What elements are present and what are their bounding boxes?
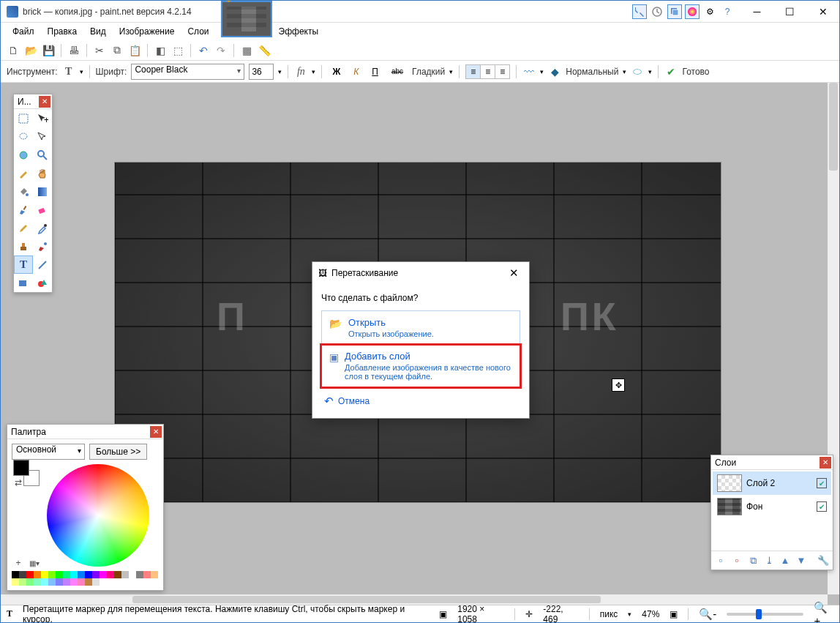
copy-icon[interactable]: ⧉: [110, 44, 124, 57]
tool-zoom[interactable]: [33, 146, 52, 164]
maximize-button[interactable]: ☐: [773, 1, 806, 23]
swatch[interactable]: [12, 571, 19, 578]
menu-layers[interactable]: Слои: [181, 24, 214, 39]
menu-effects[interactable]: Эффекты: [273, 24, 325, 39]
menu-file[interactable]: Файл: [7, 24, 40, 39]
swatch[interactable]: [63, 571, 70, 578]
italic-button[interactable]: К: [349, 64, 363, 79]
document-thumbnail[interactable]: ✸: [221, 1, 272, 37]
swatch[interactable]: [26, 578, 34, 586]
palette-window-close[interactable]: ✕: [150, 426, 162, 438]
layers-window-close[interactable]: ✕: [820, 457, 831, 469]
swatch[interactable]: [56, 571, 63, 578]
tool-shapes[interactable]: [33, 274, 52, 292]
move-up-icon[interactable]: ▲: [779, 554, 792, 567]
blend-mode-label[interactable]: Нормальный: [566, 67, 618, 77]
antialias-label[interactable]: Гладкий: [412, 67, 445, 77]
font-metrics-icon[interactable]: fn: [294, 65, 307, 78]
text-move-handle-icon[interactable]: ✥: [612, 378, 625, 392]
blend-fill-icon[interactable]: ◆: [548, 65, 561, 78]
paste-icon[interactable]: 📋: [128, 44, 141, 57]
zoom-value[interactable]: 47%: [642, 609, 659, 619]
layer-item[interactable]: Фон ✔: [713, 495, 831, 518]
dialog-header[interactable]: 🖼 Перетаскивание ✕: [312, 262, 529, 284]
tool-ellipse-select[interactable]: [14, 146, 33, 164]
swatch-strip[interactable]: [12, 571, 159, 586]
add-layer-icon[interactable]: ▫: [714, 554, 727, 567]
layer-props-icon[interactable]: 🔧: [817, 554, 830, 567]
dialog-option-add-layer[interactable]: ▣ Добавить слой Добавление изображения в…: [321, 345, 520, 387]
duplicate-layer-icon[interactable]: ⧉: [746, 554, 760, 567]
ruler-icon[interactable]: 📏: [258, 44, 271, 57]
tool-line[interactable]: [33, 255, 52, 274]
swatch[interactable]: [48, 571, 56, 578]
align-center-button[interactable]: ≡: [481, 65, 495, 78]
move-down-icon[interactable]: ▼: [795, 554, 808, 567]
tools-window[interactable]: И... ✕ + T: [13, 94, 53, 293]
swatch[interactable]: [34, 578, 41, 586]
zoom-in-icon[interactable]: 🔍+: [814, 601, 833, 623]
tool-paint-bucket[interactable]: [14, 182, 33, 201]
layers-window-header[interactable]: Слои ✕: [711, 455, 833, 470]
history-toggle-icon[interactable]: [650, 4, 664, 19]
underline-button[interactable]: П: [367, 64, 383, 79]
bold-button[interactable]: Ж: [328, 64, 345, 79]
swap-colors-icon[interactable]: ⇄: [15, 477, 22, 488]
swatch[interactable]: [136, 571, 143, 578]
tool-color-picker[interactable]: [33, 219, 52, 237]
settings-icon[interactable]: ⚙: [702, 4, 717, 19]
redo-icon[interactable]: ↷: [214, 44, 228, 57]
swatch[interactable]: [41, 571, 48, 578]
palette-menu-icon[interactable]: ▦▾: [28, 556, 41, 570]
zoom-slider[interactable]: [727, 613, 803, 616]
cut-icon[interactable]: ✂: [93, 44, 106, 57]
swatch[interactable]: [100, 571, 107, 578]
foreground-swatch[interactable]: [13, 460, 29, 476]
swatch[interactable]: [129, 571, 136, 578]
tool-gradient[interactable]: [33, 182, 52, 201]
swatch[interactable]: [107, 571, 114, 578]
print-icon[interactable]: 🖶: [67, 44, 80, 57]
menu-view[interactable]: Вид: [84, 24, 112, 39]
swatch[interactable]: [78, 578, 85, 586]
merge-down-icon[interactable]: ⤓: [762, 554, 776, 567]
swatch[interactable]: [26, 571, 34, 578]
layers-window[interactable]: Слои ✕ Слой 2 ✔ Фон ✔ ▫ ▫ ⧉ ⤓ ▲ ▼ 🔧: [710, 455, 833, 570]
swatch[interactable]: [63, 578, 70, 586]
dialog-option-open[interactable]: 📂 Открыть Открыть изображение.: [321, 310, 520, 345]
swatch[interactable]: [34, 571, 41, 578]
undo-icon[interactable]: ↶: [197, 44, 210, 57]
align-right-button[interactable]: ≡: [495, 65, 509, 78]
swatch[interactable]: [70, 571, 78, 578]
swatch[interactable]: [56, 578, 63, 586]
font-size-input[interactable]: [249, 64, 274, 80]
layer-visibility-checkbox[interactable]: ✔: [817, 478, 827, 488]
palette-window[interactable]: Палитра ✕ Основной Больше >> ⇄ + ▦▾: [7, 424, 164, 591]
tool-paintbrush[interactable]: [14, 201, 33, 219]
swatch[interactable]: [12, 578, 19, 586]
grid-icon[interactable]: ▦: [240, 44, 253, 57]
swatch[interactable]: [121, 571, 129, 578]
swatch[interactable]: [48, 578, 56, 586]
close-button[interactable]: ✕: [806, 1, 839, 23]
swatch[interactable]: [114, 571, 121, 578]
font-family-select[interactable]: Cooper Black: [131, 64, 244, 80]
tool-lasso[interactable]: [14, 127, 33, 146]
more-button[interactable]: Больше >>: [89, 444, 147, 460]
colors-toggle-icon[interactable]: [685, 4, 700, 19]
swatch[interactable]: [151, 571, 158, 578]
delete-layer-icon[interactable]: ▫: [730, 554, 743, 567]
palette-window-header[interactable]: Палитра ✕: [7, 425, 163, 439]
finish-button[interactable]: Готово: [682, 67, 709, 77]
open-file-icon[interactable]: 📂: [24, 44, 37, 57]
swatch[interactable]: [78, 571, 85, 578]
tool-eraser[interactable]: [33, 201, 52, 219]
swatch[interactable]: [19, 571, 26, 578]
dialog-close-button[interactable]: ✕: [505, 265, 523, 281]
align-left-button[interactable]: ≡: [466, 65, 481, 78]
color-role-select[interactable]: Основной: [12, 444, 85, 460]
tools-window-header[interactable]: И... ✕: [14, 94, 52, 109]
swatch[interactable]: [70, 578, 78, 586]
zoom-fit-icon[interactable]: ▣: [670, 609, 678, 619]
save-file-icon[interactable]: 💾: [42, 44, 55, 57]
